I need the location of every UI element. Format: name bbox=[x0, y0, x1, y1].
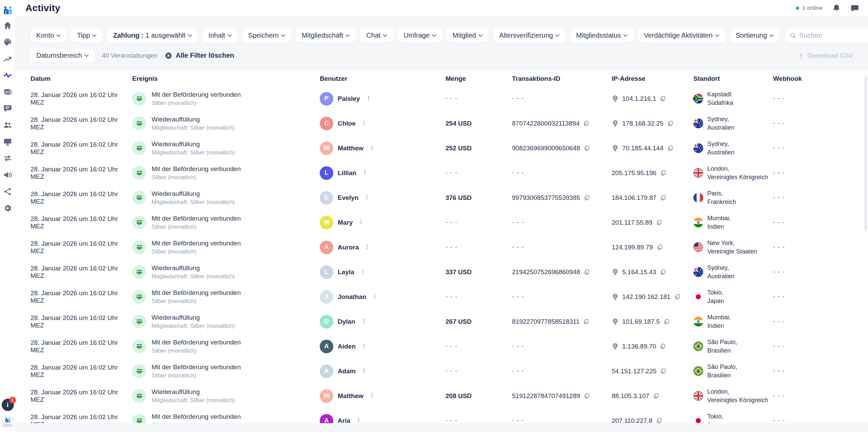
download-csv-button[interactable]: Download CSV bbox=[797, 52, 853, 59]
user-name[interactable]: Paisley bbox=[338, 95, 360, 102]
sidebar-item-home[interactable] bbox=[3, 20, 13, 30]
filter-speichern[interactable]: Speichern bbox=[242, 29, 291, 42]
user-name[interactable]: Adam bbox=[338, 368, 356, 375]
copy-icon[interactable] bbox=[656, 219, 662, 226]
copy-icon[interactable] bbox=[584, 269, 590, 275]
user-actions-menu-icon[interactable] bbox=[368, 144, 376, 152]
filter-tipp[interactable]: Tipp bbox=[71, 29, 102, 42]
chevron-down-icon bbox=[383, 33, 387, 37]
sidebar-item-activity[interactable] bbox=[3, 70, 13, 80]
user-actions-menu-icon[interactable] bbox=[363, 243, 371, 251]
ip-address-cell: 124.199.89.79 bbox=[612, 244, 693, 251]
copy-icon[interactable] bbox=[583, 318, 589, 325]
user-name[interactable]: Matthew bbox=[338, 145, 363, 152]
messages-icon[interactable] bbox=[850, 4, 859, 13]
copy-icon[interactable] bbox=[674, 294, 680, 300]
user-actions-menu-icon[interactable] bbox=[360, 342, 368, 350]
sidebar-item-settings[interactable] bbox=[3, 203, 13, 213]
user-actions-menu-icon[interactable] bbox=[360, 119, 368, 127]
user-actions-menu-icon[interactable] bbox=[371, 293, 379, 301]
ip-address: 207.110.227.8 bbox=[612, 417, 652, 424]
copy-icon[interactable] bbox=[659, 269, 666, 275]
globe-icon bbox=[612, 95, 619, 102]
notifications-bell-icon[interactable] bbox=[832, 4, 841, 13]
copy-icon[interactable] bbox=[660, 194, 666, 201]
user-actions-menu-icon[interactable] bbox=[361, 169, 369, 177]
avatar: M bbox=[320, 216, 333, 229]
user-actions-menu-icon[interactable] bbox=[360, 318, 368, 325]
sidebar-item-media[interactable] bbox=[3, 87, 13, 96]
user-actions-menu-icon[interactable] bbox=[355, 417, 363, 423]
copy-icon[interactable] bbox=[584, 194, 590, 201]
filter-mitglied[interactable]: Mitglied bbox=[447, 29, 489, 42]
filter-umfrage[interactable]: Umfrage bbox=[398, 29, 442, 42]
user-name[interactable]: Dylan bbox=[338, 318, 355, 325]
webhook-cell: - - - bbox=[773, 120, 853, 127]
search-input[interactable] bbox=[799, 32, 868, 39]
filter-label: Altersverifizierung bbox=[499, 32, 553, 39]
sidebar-item-announcements[interactable] bbox=[3, 170, 13, 180]
user-actions-menu-icon[interactable] bbox=[360, 367, 368, 375]
sidebar-item-transactions[interactable] bbox=[3, 153, 13, 163]
user-name[interactable]: Matthew bbox=[338, 392, 363, 400]
user-cell: C Chloe bbox=[320, 117, 446, 130]
webhook-value: - - - bbox=[773, 343, 785, 350]
filter-altersverifizierung[interactable]: Altersverifizierung bbox=[493, 29, 566, 42]
help-messenger-button[interactable]: i 1 bbox=[2, 399, 14, 411]
user-actions-menu-icon[interactable] bbox=[359, 268, 367, 276]
sort-dropdown[interactable]: Sortierung bbox=[730, 29, 780, 42]
filter-mitgliedschaft[interactable]: Mitgliedschaft bbox=[296, 29, 356, 42]
sidebar-item-chat[interactable] bbox=[3, 104, 13, 113]
sidebar-item-members[interactable] bbox=[3, 120, 13, 130]
user-name[interactable]: Jonathan bbox=[338, 293, 366, 301]
filter-konto[interactable]: Konto bbox=[31, 29, 66, 42]
filter-label: Zahlung : 1 ausgewählt bbox=[113, 32, 185, 39]
sidebar-item-growth[interactable] bbox=[3, 54, 13, 63]
sidebar-item-share[interactable] bbox=[3, 187, 13, 196]
user-name[interactable]: Chloe bbox=[338, 120, 356, 127]
copy-icon[interactable] bbox=[660, 170, 666, 176]
copy-icon[interactable] bbox=[663, 318, 670, 325]
user-name[interactable]: Aria bbox=[338, 417, 350, 424]
event-date: 28. Januar 2026 um 16:02 Uhr MEZ bbox=[31, 364, 132, 379]
location-city: New York, bbox=[707, 239, 757, 247]
user-name[interactable]: Aurora bbox=[338, 244, 359, 251]
user-actions-menu-icon[interactable] bbox=[357, 219, 365, 226]
copy-icon[interactable] bbox=[667, 120, 673, 127]
copy-icon[interactable] bbox=[659, 343, 666, 350]
copy-icon[interactable] bbox=[584, 393, 590, 399]
user-actions-menu-icon[interactable] bbox=[363, 194, 371, 202]
user-name[interactable]: Aiden bbox=[338, 343, 356, 350]
user-name[interactable]: Layla bbox=[338, 268, 354, 276]
copy-icon[interactable] bbox=[653, 393, 659, 399]
date-range-dropdown[interactable]: Datumsbereich bbox=[31, 49, 95, 62]
ip-address: 104.1.216.1 bbox=[622, 95, 656, 102]
copy-icon[interactable] bbox=[667, 145, 673, 151]
location-cell: New York, Vereinigte Staaten bbox=[693, 239, 773, 256]
copy-icon[interactable] bbox=[584, 145, 590, 151]
copy-icon[interactable] bbox=[659, 95, 666, 102]
filter-verdaechtige-aktivitaeten[interactable]: Verdächtige Aktivitäten bbox=[638, 29, 725, 42]
copy-icon[interactable] bbox=[656, 244, 663, 250]
sidebar-bottom: i 1 Demo bbox=[0, 399, 15, 429]
copy-icon[interactable] bbox=[656, 417, 662, 423]
demo-workspace-logo[interactable]: Demo bbox=[1, 415, 14, 429]
user-name[interactable]: Mary bbox=[338, 219, 353, 226]
globe-icon bbox=[612, 318, 619, 325]
vertical-scrollbar[interactable] bbox=[865, 76, 867, 231]
user-actions-menu-icon[interactable] bbox=[364, 95, 373, 102]
user-actions-menu-icon[interactable] bbox=[368, 392, 376, 400]
user-name[interactable]: Evelyn bbox=[338, 194, 358, 202]
filter-inhalt[interactable]: Inhalt bbox=[203, 29, 238, 42]
app-logo-icon[interactable] bbox=[2, 5, 13, 16]
membership-card-icon bbox=[132, 191, 146, 205]
copy-icon[interactable] bbox=[660, 368, 666, 374]
copy-icon[interactable] bbox=[583, 120, 589, 127]
sidebar-item-design[interactable] bbox=[3, 37, 13, 46]
user-name[interactable]: Lillian bbox=[338, 169, 356, 177]
clear-all-filters-button[interactable]: Alle Filter löschen bbox=[165, 52, 234, 59]
filter-mitgliedsstatus[interactable]: Mitgliedsstatus bbox=[570, 29, 633, 42]
filter-chat[interactable]: Chat bbox=[360, 29, 393, 42]
filter-zahlung[interactable]: Zahlung : 1 ausgewählt bbox=[107, 29, 198, 42]
sidebar-item-display[interactable] bbox=[3, 137, 13, 146]
